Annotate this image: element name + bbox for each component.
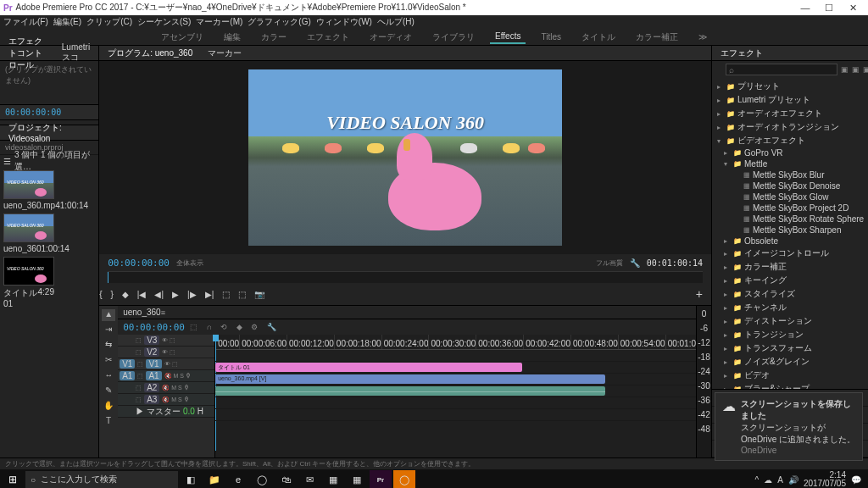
effect-folder[interactable]: ▸📁オーディオトランジション — [712, 120, 868, 134]
app-icon[interactable]: ▦ — [322, 470, 344, 488]
effect-folder[interactable]: ▾📁Mettle — [712, 158, 868, 169]
master-track-header[interactable]: ▶ マスター0.0H — [118, 406, 214, 418]
selection-tool[interactable]: ▲ — [102, 309, 115, 321]
hand-tool[interactable]: ✋ — [102, 401, 115, 413]
audio-track-header[interactable]: A1⬚A1🔇 M S 🎙 — [118, 370, 214, 382]
timeline-timecode[interactable]: 00:00:00:00 — [123, 322, 185, 333]
effect-folder[interactable]: ▸📁ノイズ&グレイン — [712, 355, 868, 369]
program-scrubber[interactable] — [108, 271, 703, 283]
effect-folder[interactable]: ▸📁オーディオエフェクト — [712, 107, 868, 120]
effect-folder[interactable]: ▸📁Obsolete — [712, 236, 868, 247]
edge-icon[interactable]: e — [227, 470, 249, 488]
track-select-tool[interactable]: ⇥ — [102, 324, 115, 336]
go-to-out-button[interactable]: ▶| — [205, 290, 214, 299]
effect-folder[interactable]: ▸📁スタイライズ — [712, 287, 868, 301]
effect-folder[interactable]: ▸📁チャンネル — [712, 301, 868, 314]
clip-title[interactable]: タイトル 01 — [215, 363, 522, 372]
start-button[interactable]: ⊞ — [2, 470, 24, 488]
effect-folder[interactable]: ▸📁Lumetri プリセット — [712, 93, 868, 107]
mark-in-button[interactable]: { — [99, 290, 102, 299]
workspace-tab[interactable]: ライブラリ — [427, 30, 480, 45]
effect-item[interactable]: ▦Mettle SkyBox Blur — [712, 169, 868, 180]
effect-folder[interactable]: ▸📁トランスフォーム — [712, 341, 868, 355]
menu-item[interactable]: 編集(E) — [53, 16, 81, 28]
onedrive-notification[interactable]: ☁ スクリーンショットを保存しました スクリーンショットが OneDrive に… — [715, 392, 863, 461]
list-view-icon[interactable]: ☰ — [3, 157, 11, 166]
task-view-button[interactable]: ◧ — [180, 470, 202, 488]
type-tool[interactable]: T — [102, 416, 115, 428]
mark-out-button[interactable]: } — [110, 290, 113, 299]
go-to-in-button[interactable]: |◀ — [137, 290, 147, 299]
workspace-tab[interactable]: タイトル — [576, 30, 620, 45]
workspace-tab[interactable]: 編集 — [219, 30, 246, 45]
workspace-tab[interactable]: カラー — [256, 30, 292, 45]
button-editor-add[interactable]: + — [696, 287, 703, 301]
project-item[interactable]: VIDEO SALON 360ueno_3601:00:14 — [3, 214, 54, 253]
oculus-icon[interactable]: ◯ — [393, 470, 415, 488]
tab-lumetri-scopes[interactable]: Lumetri スコ — [58, 41, 93, 65]
store-icon[interactable]: 🛍 — [275, 470, 297, 488]
minimize-button[interactable]: — — [793, 3, 817, 13]
effect-item[interactable]: ▦Mettle SkyBox Glow — [712, 191, 868, 202]
export-frame-button[interactable]: 📷 — [254, 290, 264, 299]
wrench-icon[interactable]: 🔧 — [630, 258, 640, 268]
tray-cloud-icon[interactable]: ☁ — [764, 475, 772, 485]
effect-item[interactable]: ▦Mettle SkyBox Sharpen — [712, 225, 868, 236]
effect-item[interactable]: ▦Mettle SkyBox Project 2D — [712, 202, 868, 214]
effect-folder[interactable]: ▸📁ビデオ — [712, 369, 868, 382]
timeline-toggles[interactable]: ⬚ ∩ ⟲ ◆ ⚙ 🔧 — [190, 323, 280, 331]
extract-button[interactable]: ⬚ — [238, 290, 246, 299]
step-back-button[interactable]: ◀| — [154, 290, 164, 299]
fx-badge-icon[interactable]: ▣ — [852, 65, 860, 74]
pen-tool[interactable]: ✎ — [102, 385, 115, 397]
step-forward-button[interactable]: |▶ — [187, 290, 197, 299]
menu-item[interactable]: マーカー(M) — [196, 16, 242, 28]
tab-markers[interactable]: マーカー — [204, 46, 245, 61]
menu-item[interactable]: クリップ(C) — [86, 16, 132, 28]
program-viewport[interactable]: VIDEO SALON 360 — [248, 69, 562, 246]
clip-video[interactable]: ueno_360.mp4 [V] — [215, 374, 605, 384]
audio-track-header[interactable]: ⬚A2🔇 M S 🎙 — [118, 382, 214, 394]
effect-folder[interactable]: ▸📁カラー補正 — [712, 260, 868, 274]
menu-item[interactable]: ヘルプ(H) — [377, 16, 415, 28]
effect-folder[interactable]: ▸📁キーイング — [712, 274, 868, 287]
tab-effects[interactable]: エフェクト — [717, 46, 766, 61]
chrome-icon[interactable]: ◯ — [251, 470, 273, 488]
project-item[interactable]: VIDEO SALON 360タイトル 014:29 — [3, 257, 54, 308]
effect-folder[interactable]: ▸📁ディストーション — [712, 314, 868, 328]
fx-badge-icon[interactable]: ▣ — [863, 65, 868, 74]
effect-folder[interactable]: ▸📁イメージコントロール — [712, 247, 868, 260]
tray-ime-icon[interactable]: A — [777, 475, 783, 485]
tray-chevron-icon[interactable]: ^ — [755, 475, 760, 485]
fit-dropdown[interactable]: 全体表示 — [176, 258, 203, 268]
ripple-edit-tool[interactable]: ⇆ — [102, 340, 115, 352]
fx-badge-icon[interactable]: ▣ — [841, 65, 849, 74]
workspace-tab[interactable]: Effects — [490, 30, 526, 44]
menu-item[interactable]: ファイル(F) — [3, 16, 48, 28]
video-track-header[interactable]: V1⬚V1👁 ⬚ — [118, 358, 214, 370]
menu-item[interactable]: グラフィック(G) — [248, 16, 310, 28]
timeline-ruler[interactable]: 00:0000:00:06:0000:00:12:0000:00:18:0000… — [215, 335, 696, 350]
effects-search-input[interactable] — [726, 64, 837, 75]
project-item[interactable]: VIDEO SALON 360ueno_360.mp41:00:14 — [3, 170, 54, 210]
workspace-tab[interactable]: カラー補正 — [631, 30, 683, 45]
lift-button[interactable]: ⬚ — [222, 290, 230, 299]
taskbar-clock[interactable]: 2:142017/07/05 — [804, 471, 846, 488]
workspace-more[interactable]: ≫ — [693, 30, 712, 43]
workspace-tab[interactable]: Titles — [536, 30, 566, 43]
razor-tool[interactable]: ✂ — [102, 355, 115, 367]
tab-program[interactable]: プログラム: ueno_360 — [104, 46, 196, 61]
video-track-header[interactable]: ⬚V3👁 ⬚ — [118, 335, 214, 347]
premiere-taskbar-icon[interactable]: Pr — [370, 470, 392, 488]
effect-item[interactable]: ▦Mettle SkyBox Denoise — [712, 180, 868, 191]
effect-folder[interactable]: ▾📁ビデオエフェクト — [712, 134, 868, 147]
effect-folder[interactable]: ▸📁ブラー&シャープ — [712, 382, 868, 389]
app-icon[interactable]: ▦ — [346, 470, 368, 488]
program-out-timecode[interactable]: 00:01:00:14 — [647, 258, 703, 268]
mail-icon[interactable]: ✉ — [298, 470, 320, 488]
workspace-tab[interactable]: オーディオ — [364, 30, 417, 45]
workspace-tab[interactable]: エフェクト — [302, 30, 354, 45]
add-marker-button[interactable]: ◆ — [122, 290, 129, 299]
tab-sequence[interactable]: ueno_360 — [123, 308, 161, 317]
effect-item[interactable]: ▦Mettle SkyBox Rotate Sphere — [712, 214, 868, 225]
